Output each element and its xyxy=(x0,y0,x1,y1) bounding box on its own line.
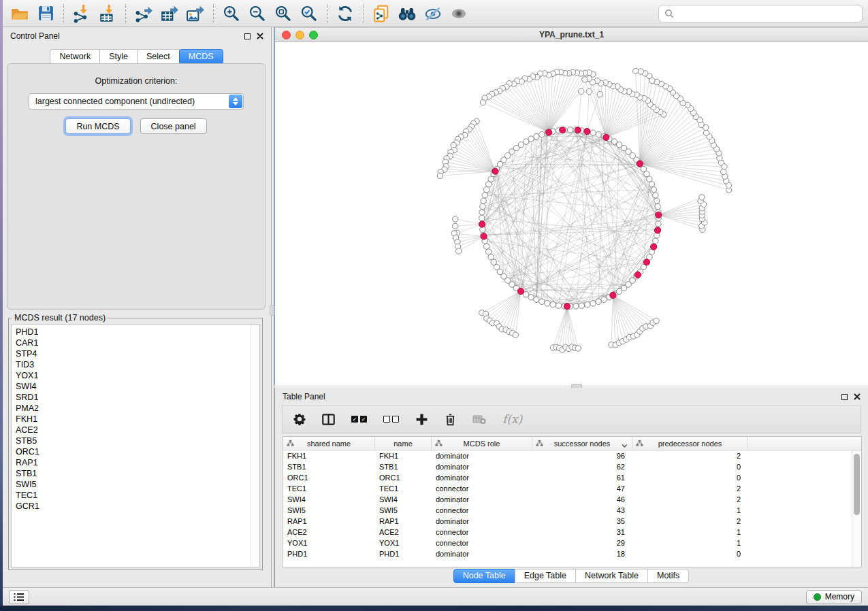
table-cell[interactable]: dominator xyxy=(432,450,532,461)
table-scrollbar[interactable] xyxy=(852,450,861,567)
table-cell[interactable]: 96 xyxy=(532,450,632,461)
delete-table-button[interactable] xyxy=(472,414,486,425)
table-cell[interactable]: YOX1 xyxy=(375,538,432,548)
table-cell[interactable]: PHD1 xyxy=(375,548,432,559)
export-image-button[interactable] xyxy=(182,2,208,25)
table-cell[interactable]: dominator xyxy=(432,472,532,483)
export-network-button[interactable] xyxy=(131,2,157,25)
table-cell[interactable]: 61 xyxy=(532,472,632,483)
close-panel-icon[interactable] xyxy=(257,33,263,39)
table-settings-button[interactable] xyxy=(293,413,306,425)
table-cell[interactable]: 35 xyxy=(532,516,632,527)
table-cell[interactable]: 2 xyxy=(632,516,748,527)
column-layout-button[interactable] xyxy=(322,414,335,425)
tab-motifs[interactable]: Motifs xyxy=(647,569,689,583)
mcds-result-item[interactable]: STB1 xyxy=(16,468,259,479)
tab-edge-table[interactable]: Edge Table xyxy=(515,569,576,583)
float-panel-icon[interactable] xyxy=(244,33,251,39)
table-cell[interactable]: 46 xyxy=(532,494,632,505)
export-table-button[interactable] xyxy=(157,2,182,25)
show-all-button[interactable] xyxy=(446,2,472,25)
zoom-in-button[interactable] xyxy=(219,2,244,25)
table-cell[interactable]: 43 xyxy=(532,505,632,516)
run-mcds-button[interactable]: Run MCDS xyxy=(65,118,130,134)
table-cell[interactable]: connector xyxy=(432,538,532,548)
table-cell[interactable]: SWI4 xyxy=(375,494,432,505)
table-cell[interactable]: connector xyxy=(432,505,532,516)
mcds-result-item[interactable]: TID3 xyxy=(16,359,259,370)
table-cell[interactable]: 2 xyxy=(632,450,748,461)
table-cell[interactable]: YOX1 xyxy=(283,538,375,548)
float-panel-icon[interactable] xyxy=(841,394,848,400)
table-row[interactable]: RAP1RAP1dominator352 xyxy=(283,516,861,527)
close-window-icon[interactable] xyxy=(282,31,291,39)
tab-network-table[interactable]: Network Table xyxy=(575,569,648,583)
tab-network[interactable]: Network xyxy=(50,49,100,65)
tab-style[interactable]: Style xyxy=(99,49,138,65)
show-task-history-button[interactable] xyxy=(9,590,29,604)
add-column-button[interactable] xyxy=(415,413,428,426)
column-header-MCDS-role[interactable]: MCDS role xyxy=(432,437,532,450)
search-input[interactable] xyxy=(678,9,856,18)
mcds-result-item[interactable]: ACE2 xyxy=(16,425,259,435)
column-header-shared-name[interactable]: shared name xyxy=(283,437,375,450)
table-cell[interactable]: dominator xyxy=(432,494,532,505)
table-cell[interactable]: FKH1 xyxy=(375,450,432,461)
mcds-result-item[interactable]: SWI4 xyxy=(16,381,259,392)
function-builder-button[interactable]: f(x) xyxy=(502,412,522,426)
close-panel-button[interactable]: Close panel xyxy=(140,118,207,134)
table-row[interactable]: SWI5SWI5connector431 xyxy=(283,505,861,516)
table-cell[interactable]: 0 xyxy=(632,548,748,559)
table-cell[interactable]: ORC1 xyxy=(283,472,375,483)
mcds-result-item[interactable]: ORC1 xyxy=(16,446,259,457)
mcds-result-item[interactable]: YOX1 xyxy=(16,370,259,381)
mcds-result-item[interactable]: RAP1 xyxy=(16,457,259,468)
save-session-button[interactable] xyxy=(33,2,59,25)
table-cell[interactable]: dominator xyxy=(432,516,532,527)
table-row[interactable]: ORC1ORC1dominator610 xyxy=(283,472,861,483)
table-cell[interactable]: 62 xyxy=(532,461,632,472)
table-row[interactable]: ACE2ACE2connector311 xyxy=(283,527,861,538)
table-row[interactable]: SWI4SWI4dominator462 xyxy=(283,494,861,505)
table-cell[interactable]: RAP1 xyxy=(283,516,375,527)
table-cell[interactable]: connector xyxy=(432,483,532,494)
mcds-result-item[interactable]: PHD1 xyxy=(16,327,259,337)
table-cell[interactable]: STB1 xyxy=(283,461,375,472)
mcds-result-item[interactable]: PMA2 xyxy=(16,403,259,414)
mcds-result-item[interactable]: FKH1 xyxy=(16,414,259,425)
table-cell[interactable]: RAP1 xyxy=(375,516,432,527)
table-cell[interactable]: 31 xyxy=(532,527,632,538)
table-cell[interactable]: 47 xyxy=(532,483,632,494)
hide-selected-button[interactable] xyxy=(420,2,446,25)
zoom-out-button[interactable] xyxy=(244,2,270,25)
table-scrollbar-thumb[interactable] xyxy=(854,454,860,515)
table-cell[interactable]: 1 xyxy=(632,538,748,548)
mcds-result-item[interactable]: CAR1 xyxy=(16,337,259,348)
table-cell[interactable]: connector xyxy=(432,527,532,538)
network-graph[interactable] xyxy=(275,42,868,385)
table-row[interactable]: STB1STB1dominator620 xyxy=(283,461,861,472)
table-cell[interactable]: 1 xyxy=(632,527,748,538)
table-cell[interactable]: TEC1 xyxy=(283,483,375,494)
mcds-list-scrollbar[interactable] xyxy=(251,325,259,567)
table-cell[interactable]: 29 xyxy=(532,538,632,548)
table-cell[interactable]: 0 xyxy=(632,472,748,483)
table-cell[interactable]: FKH1 xyxy=(283,450,375,461)
criterion-dropdown[interactable]: largest connected component (undirected) xyxy=(29,93,244,110)
open-file-button[interactable] xyxy=(7,2,33,25)
table-row[interactable]: PHD1PHD1dominator180 xyxy=(283,548,861,559)
mcds-result-item[interactable]: STP4 xyxy=(16,348,259,359)
unselect-all-columns-button[interactable] xyxy=(383,416,399,423)
column-header-name[interactable]: name xyxy=(375,437,432,450)
select-all-columns-button[interactable]: ✓✓ xyxy=(351,416,367,423)
table-cell[interactable]: SWI5 xyxy=(375,505,432,516)
minimize-window-icon[interactable] xyxy=(295,31,304,39)
table-cell[interactable]: dominator xyxy=(432,548,532,559)
close-panel-icon[interactable] xyxy=(854,393,861,400)
delete-columns-button[interactable] xyxy=(445,413,456,426)
import-table-button[interactable] xyxy=(95,2,120,25)
table-cell[interactable]: SWI4 xyxy=(283,494,375,505)
tab-mcds[interactable]: MCDS xyxy=(179,49,223,65)
table-cell[interactable]: 18 xyxy=(532,548,632,559)
table-cell[interactable]: 0 xyxy=(632,461,748,472)
